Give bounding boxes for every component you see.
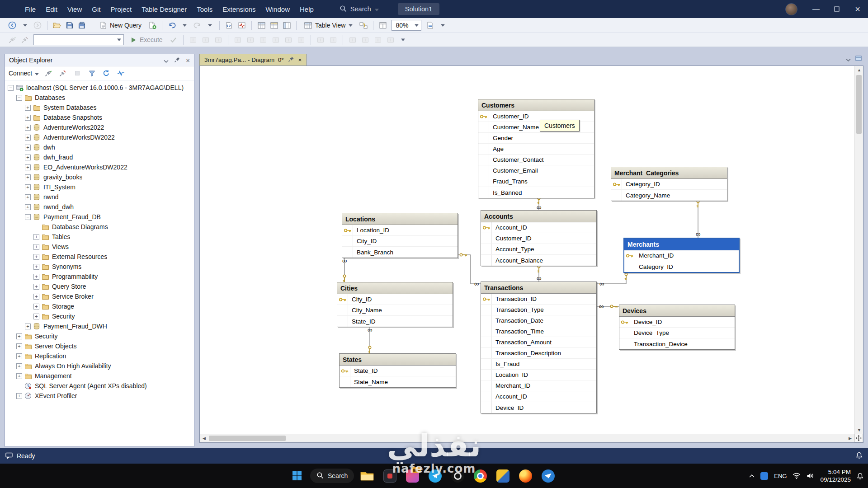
table-header[interactable]: Transactions [481, 282, 596, 294]
connect-query-icon[interactable] [6, 34, 18, 46]
chrome-icon[interactable] [471, 466, 490, 486]
tab-list-chevron-icon[interactable] [846, 55, 851, 63]
column-row[interactable]: Category_ID [624, 261, 739, 272]
zoom-tool-icon[interactable] [270, 34, 282, 46]
column-row[interactable]: Bank_Branch [342, 247, 458, 258]
autosize-tables-icon[interactable] [232, 34, 244, 46]
menu-project[interactable]: Project [105, 0, 137, 18]
obs-studio-icon[interactable] [448, 466, 467, 486]
pink-app-icon[interactable]: 99+ [403, 466, 422, 486]
new-query-current-connection-icon[interactable] [146, 19, 158, 31]
manage-fulltext-icon[interactable] [372, 34, 384, 46]
database-combobox[interactable] [33, 34, 124, 45]
tree-item-tables[interactable]: +Tables [5, 232, 194, 242]
clock[interactable]: 5:04 PM 09/12/2025 [820, 468, 851, 483]
tree-item-sql-server-agent-agent-xps-disabled[interactable]: SQL Server Agent (Agent XPs disabled) [5, 381, 194, 391]
user-avatar[interactable] [785, 3, 797, 15]
delete-table-icon[interactable] [212, 34, 224, 46]
column-row[interactable]: Account_Balance [481, 255, 596, 266]
tree-item-database-snapshots[interactable]: +Database Snapshots [5, 113, 194, 122]
diagram-table-merchant-categories[interactable]: Merchant_CategoriesCategory_IDCategory_N… [611, 167, 727, 201]
tree-item-views[interactable]: +Views [5, 242, 194, 252]
expand-icon[interactable]: + [25, 204, 31, 210]
undo-caret[interactable] [179, 19, 190, 31]
minimize-button[interactable]: — [806, 0, 826, 18]
manage-relationships-icon[interactable] [347, 34, 359, 46]
tree-item-storage[interactable]: +Storage [5, 301, 194, 311]
tree-item-query-store[interactable]: +Query Store [5, 282, 194, 291]
column-row[interactable]: Transaction_Amount [481, 337, 596, 348]
column-row[interactable]: Device_ID [481, 402, 596, 413]
tray-app-icon[interactable] [760, 472, 768, 480]
tree-item-dwh[interactable]: +dwh [5, 142, 194, 152]
set-text-font-icon[interactable] [327, 34, 339, 46]
menu-git[interactable]: Git [87, 0, 105, 18]
menu-table-designer[interactable]: Table Designer [137, 0, 192, 18]
expand-icon[interactable]: + [33, 244, 39, 250]
column-row[interactable]: Fraud_Trans [478, 176, 594, 187]
tree-item-programmability[interactable]: +Programmability [5, 272, 194, 282]
column-row[interactable]: City_Name [337, 305, 453, 316]
tree-item-nwnd-dwh[interactable]: +nwnd_dwh [5, 202, 194, 212]
diagram-table-merchants[interactable]: MerchantsMerchant_IDCategory_ID [623, 238, 740, 273]
filter-icon[interactable] [87, 68, 97, 78]
open-file-icon[interactable] [51, 19, 63, 31]
expand-icon[interactable]: + [25, 115, 31, 121]
tree-item-external-resources[interactable]: +External Resources [5, 252, 194, 262]
diagram-table-accounts[interactable]: AccountsAccount_IDCustomer_IDAccount_Typ… [481, 210, 597, 266]
tree-item-management[interactable]: +Management [5, 371, 194, 381]
diagram-canvas[interactable]: ∞∞∞∞∞∞∞∞ Customers ▲ ▼ ◀ ▶ CustomersCust… [199, 66, 863, 443]
pin-icon[interactable] [288, 56, 294, 64]
column-row[interactable]: Device_ID [619, 317, 735, 328]
thunderbird-icon[interactable] [538, 466, 557, 486]
language-indicator[interactable]: ENG [774, 473, 787, 479]
page-layout-icon[interactable] [377, 19, 389, 31]
table-columns-icon[interactable] [281, 19, 292, 31]
expand-icon[interactable]: + [16, 333, 22, 339]
redo-caret[interactable] [204, 19, 216, 31]
table-header[interactable]: Devices [619, 305, 735, 317]
tree-item-payment-fraud-dwh[interactable]: +Payment_Fraud_DWH [5, 321, 194, 331]
scroll-right-icon[interactable]: ▶ [846, 434, 854, 442]
column-row[interactable]: Transaction_ID [481, 294, 596, 305]
expand-icon[interactable]: + [16, 393, 22, 399]
table-header[interactable]: Customers [478, 99, 594, 111]
expand-icon[interactable]: + [33, 284, 39, 290]
diagram-table-devices[interactable]: DevicesDevice_IDDevice_TypeTransaction_D… [619, 305, 735, 350]
table-header[interactable]: Locations [342, 213, 458, 225]
expand-icon[interactable]: + [25, 125, 31, 131]
tree-item-security[interactable]: +Security [5, 331, 194, 341]
menu-view[interactable]: View [62, 0, 87, 18]
expand-icon[interactable]: + [16, 353, 22, 359]
maximize-button[interactable] [826, 0, 847, 18]
disconnect-icon[interactable] [58, 68, 68, 78]
table-header[interactable]: States [340, 354, 456, 366]
redo-icon[interactable] [191, 19, 203, 31]
add-related-tables-icon[interactable] [200, 34, 212, 46]
start-button[interactable] [288, 466, 307, 486]
column-row[interactable]: State_Name [340, 376, 456, 387]
expand-icon[interactable]: + [33, 314, 39, 319]
tree-item-localhost-sql-server-16-0-1000-6-3mr7agag-dell[interactable]: −localhost (SQL Server 16.0.1000.6 - 3MR… [5, 83, 194, 93]
horizontal-scrollbar[interactable]: ◀ ▶ [200, 434, 854, 442]
scrollbar-thumb[interactable] [209, 436, 286, 441]
tree-item-replication[interactable]: +Replication [5, 351, 194, 361]
undo-icon[interactable] [166, 19, 178, 31]
tree-item-synonyms[interactable]: +Synonyms [5, 262, 194, 272]
scroll-up-icon[interactable]: ▲ [855, 66, 863, 74]
script-compare-icon[interactable] [223, 19, 235, 31]
expand-icon[interactable]: + [25, 164, 31, 170]
column-row[interactable]: Location_ID [481, 370, 596, 380]
column-row[interactable]: City_ID [337, 294, 453, 305]
column-row[interactable]: Location_ID [342, 225, 458, 236]
manage-xml-indexes-icon[interactable] [385, 34, 396, 46]
new-query-button[interactable]: New Query [96, 19, 146, 31]
volume-icon[interactable] [807, 473, 814, 479]
expand-icon[interactable]: + [33, 234, 39, 240]
vertical-scrollbar[interactable]: ▲ ▼ [854, 66, 863, 434]
tree-item-nwnd[interactable]: +nwnd [5, 192, 194, 202]
expand-icon[interactable]: + [25, 105, 31, 111]
nav-backward-icon[interactable] [6, 19, 18, 31]
menu-edit[interactable]: Edit [41, 0, 62, 18]
search-button[interactable]: Search [310, 469, 354, 483]
